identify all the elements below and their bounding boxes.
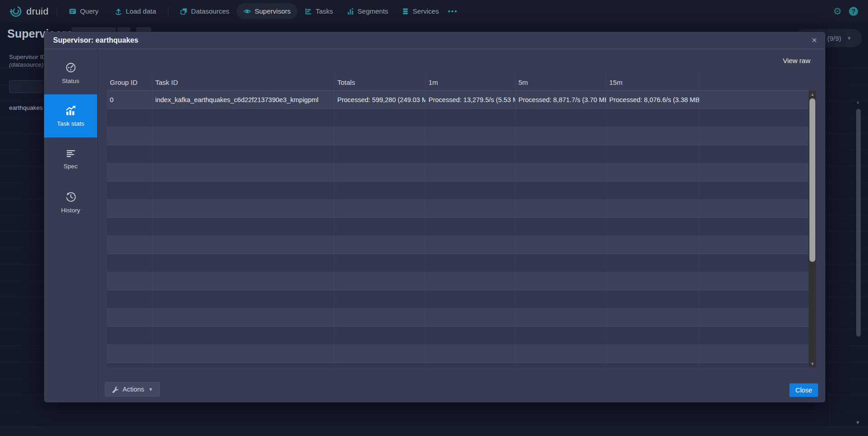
table-cell: 0 <box>107 91 152 108</box>
table-cell <box>334 218 425 235</box>
table-cell <box>152 309 334 326</box>
table-cell <box>515 200 606 217</box>
background-column-subheader: (datasource) <box>9 61 44 68</box>
view-raw-link[interactable]: View raw <box>783 57 810 64</box>
scrollbar-down-icon[interactable]: ▼ <box>809 362 816 366</box>
table-cell <box>606 254 699 272</box>
background-grid-line <box>829 27 830 426</box>
table-cell <box>334 109 425 127</box>
services-icon <box>402 8 409 15</box>
history-icon <box>65 191 77 203</box>
table-cell <box>699 309 809 326</box>
table-cell <box>515 309 606 326</box>
table-cell <box>107 218 152 235</box>
column-header[interactable]: 5m <box>515 74 606 90</box>
table-cell <box>334 363 425 367</box>
tab-status[interactable]: Status <box>44 51 97 94</box>
top-nav: druid Query Load data Datasources <box>0 0 868 22</box>
table-cell <box>152 345 334 363</box>
table-cell <box>107 290 152 308</box>
table-cell <box>515 345 606 363</box>
nav-item-supervisors[interactable]: Supervisors <box>237 3 297 19</box>
table-cell <box>515 127 606 145</box>
table-cell: Processed: 599,280 (249.03 MB) <box>334 91 425 108</box>
table-cell <box>606 345 699 363</box>
wrench-icon <box>112 386 118 393</box>
table-cell <box>699 327 809 344</box>
column-header[interactable]: 15m <box>606 74 699 90</box>
nav-item-query[interactable]: Query <box>69 7 99 15</box>
table-cell <box>515 327 606 344</box>
table-cell <box>606 236 699 254</box>
table-cell <box>107 272 152 290</box>
nav-item-tasks[interactable]: Tasks <box>305 7 333 15</box>
datasources-icon <box>180 8 187 15</box>
close-icon[interactable]: ✕ <box>811 36 817 44</box>
table-scrollbar[interactable]: ▲ ▼ <box>809 91 816 367</box>
nav-item-segments[interactable]: Segments <box>347 7 389 15</box>
table-cell <box>699 163 809 181</box>
spec-align-left-icon <box>65 149 77 159</box>
scrollbar-thumb[interactable] <box>809 98 815 262</box>
column-header[interactable]: Group ID <box>107 74 152 90</box>
table-cell <box>425 163 515 181</box>
dialog-side-tabs: Status Task stats <box>44 49 98 402</box>
table-cell <box>334 127 425 145</box>
tab-spec[interactable]: Spec <box>44 137 97 181</box>
tab-history[interactable]: History <box>44 181 97 224</box>
table-cell <box>699 145 809 163</box>
load-data-icon <box>115 8 122 15</box>
tab-task-stats[interactable]: Task stats <box>44 94 97 137</box>
table-cell <box>152 127 334 145</box>
table-cell <box>425 345 515 363</box>
table-cell <box>425 254 515 272</box>
nav-more-icon[interactable]: ••• <box>448 7 458 15</box>
table-cell <box>334 236 425 254</box>
nav-item-load-data[interactable]: Load data <box>115 7 156 15</box>
table-row-empty <box>107 200 809 218</box>
table-row-empty <box>107 218 809 236</box>
nav-item-services[interactable]: Services <box>402 7 439 15</box>
table-cell <box>152 218 334 235</box>
table-cell <box>107 309 152 326</box>
table-cell <box>515 272 606 290</box>
table-cell <box>699 254 809 272</box>
druid-logo-icon <box>9 5 23 18</box>
table-cell <box>515 290 606 308</box>
table-cell <box>606 145 699 163</box>
table-cell <box>152 272 334 290</box>
close-button[interactable]: Close <box>789 383 818 397</box>
table-cell <box>699 91 809 108</box>
background-scrollbar-down-icon[interactable]: ▼ <box>855 420 860 425</box>
task-stats-chart-icon <box>65 105 76 116</box>
table-cell <box>606 109 699 127</box>
table-cell <box>334 254 425 272</box>
druid-logo[interactable]: druid <box>9 5 49 18</box>
column-header[interactable]: Task ID <box>152 74 334 90</box>
table-row-empty <box>107 181 809 200</box>
nav-divider <box>168 6 168 16</box>
help-icon[interactable]: ? <box>849 7 858 16</box>
table-cell <box>107 327 152 344</box>
table-row-empty <box>107 236 809 254</box>
table-cell <box>515 145 606 163</box>
table-cell: Processed: 13,279.5/s (5.53 MB/s) <box>425 91 515 108</box>
table-cell <box>606 272 699 290</box>
background-scrollbar-thumb[interactable] <box>856 109 861 337</box>
table-cell <box>152 181 334 199</box>
logo-text: druid <box>26 6 49 17</box>
table-cell <box>334 145 425 163</box>
nav-item-datasources[interactable]: Datasources <box>180 7 229 15</box>
dialog-title: Supervisor: earthquakes <box>53 36 138 44</box>
table-cell <box>152 254 334 272</box>
table-cell <box>699 200 809 217</box>
table-cell <box>334 309 425 326</box>
task-stats-table: Group IDTask IDTotals1m5m15m 0index_kafk… <box>107 74 809 367</box>
gear-icon[interactable]: ⚙ <box>833 6 842 16</box>
scrollbar-up-icon[interactable]: ▲ <box>809 92 816 97</box>
column-header[interactable]: 1m <box>425 74 515 90</box>
column-header[interactable]: Totals <box>334 74 425 90</box>
table-cell <box>606 127 699 145</box>
chevron-down-icon: ▼ <box>148 387 153 392</box>
actions-button[interactable]: Actions ▼ <box>105 382 160 397</box>
